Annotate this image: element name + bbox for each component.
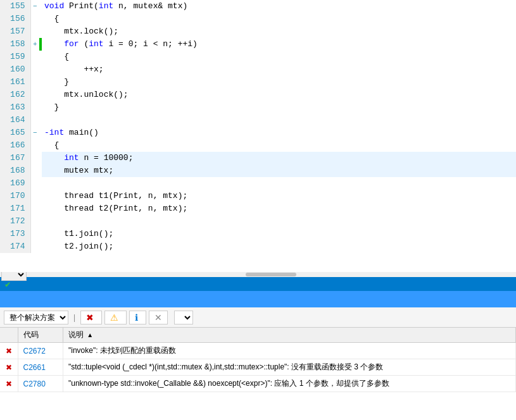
line-number: 160 xyxy=(0,63,30,76)
line-number: 171 xyxy=(0,202,30,215)
error-row-icon: ✖ xyxy=(0,376,18,392)
info-filter-btn[interactable]: ℹ xyxy=(129,311,146,324)
col-code[interactable]: 代码 xyxy=(18,328,63,343)
function-token: unlock xyxy=(84,90,113,99)
code-content[interactable]: } xyxy=(42,76,516,89)
fold-arrow[interactable] xyxy=(30,63,39,76)
code-content[interactable]: -int main() xyxy=(42,127,516,139)
plain-token: { xyxy=(44,52,69,61)
fold-arrow[interactable] xyxy=(30,25,39,38)
plain-token: (); xyxy=(99,242,113,251)
fold-arrow[interactable] xyxy=(30,202,39,215)
line-number: 155 xyxy=(0,0,30,13)
filter-icon: ✕ xyxy=(154,312,162,323)
code-content[interactable]: mutex mtx; xyxy=(42,164,516,177)
code-table: 155−void Print(int n, mutex& mtx)156 {15… xyxy=(0,0,516,253)
plain-token: i = 0; i < n; ++i) xyxy=(104,39,198,49)
function-token: join xyxy=(79,229,99,238)
error-row-icon: ✖ xyxy=(0,343,18,359)
info-icon: ℹ xyxy=(135,312,138,323)
plain-token: { xyxy=(44,14,59,23)
code-content[interactable] xyxy=(42,114,516,127)
fold-arrow[interactable] xyxy=(30,13,39,25)
code-content[interactable]: ++x; xyxy=(42,63,516,76)
fold-arrow[interactable] xyxy=(30,51,39,63)
fold-arrow[interactable] xyxy=(30,152,39,164)
line-number: 169 xyxy=(0,177,30,190)
col-desc[interactable]: 说明 ▲ xyxy=(63,328,516,343)
table-row[interactable]: ✖C2661"std::tuple<void (_cdecl *)(int,st… xyxy=(0,359,516,376)
fold-arrow[interactable] xyxy=(30,101,39,114)
error-filter-btn[interactable]: ✖ xyxy=(80,311,102,324)
build-filter-select[interactable] xyxy=(174,311,193,324)
code-content[interactable]: { xyxy=(42,51,516,63)
error-code[interactable]: C2672 xyxy=(18,343,63,359)
code-content[interactable]: t1.join(); xyxy=(42,228,516,240)
fold-arrow[interactable] xyxy=(30,114,39,127)
filter-btn[interactable]: ✕ xyxy=(149,311,168,324)
table-row[interactable]: ✖C2672"invoke": 未找到匹配的重载函数 xyxy=(0,343,516,359)
table-row[interactable]: ✖C2780"unknown-type std::invoke(_Callabl… xyxy=(0,376,516,392)
fold-arrow[interactable] xyxy=(30,177,39,190)
error-code[interactable]: C2661 xyxy=(18,359,63,376)
plain-token: mtx. xyxy=(44,90,84,99)
warn-filter-btn[interactable]: ⚠ xyxy=(104,311,127,324)
fold-arrow[interactable]: − xyxy=(30,127,39,139)
plain-token: { xyxy=(44,140,59,150)
code-content[interactable]: thread t2(Print, n, mtx); xyxy=(42,202,516,215)
plain-token: thread t2(Print, n, mtx); xyxy=(44,204,187,213)
fold-arrow[interactable] xyxy=(30,164,39,177)
line-number: 158 xyxy=(0,38,30,51)
plain-token xyxy=(44,39,64,49)
code-content[interactable]: for (int i = 0; i < n; ++i) xyxy=(42,38,516,51)
fold-arrow[interactable]: − xyxy=(30,0,39,13)
scope-select[interactable]: 整个解决方案 xyxy=(4,311,68,324)
fold-arrow[interactable]: + xyxy=(30,38,39,51)
code-editor[interactable]: 155−void Print(int n, mutex& mtx)156 {15… xyxy=(0,0,516,272)
line-number: 173 xyxy=(0,228,30,240)
code-content[interactable]: mtx.unlock(); xyxy=(42,89,516,101)
fold-arrow[interactable] xyxy=(30,89,39,101)
line-number: 170 xyxy=(0,190,30,202)
plain-token: thread t1(Print, n, mtx); xyxy=(44,191,187,201)
code-content[interactable]: { xyxy=(42,13,516,25)
error-code[interactable]: C2780 xyxy=(18,376,63,392)
code-content[interactable] xyxy=(42,177,516,190)
code-content[interactable]: { xyxy=(42,139,516,152)
plain-token: n, mutex& mtx) xyxy=(113,1,187,11)
plain-token: ( xyxy=(79,39,89,49)
code-content[interactable]: mtx.lock(); xyxy=(42,25,516,38)
fold-arrow[interactable] xyxy=(30,76,39,89)
plain-token: mutex mtx; xyxy=(44,166,113,175)
error-list-toolbar: 整个解决方案 | ✖ ⚠ ℹ ✕ xyxy=(0,307,516,328)
fold-arrow[interactable] xyxy=(30,228,39,240)
fold-arrow[interactable] xyxy=(30,190,39,202)
error-list-panel: 整个解决方案 | ✖ ⚠ ℹ ✕ 代码 说明 xyxy=(0,291,516,392)
line-number: 167 xyxy=(0,152,30,164)
keyword-token: int xyxy=(99,1,113,11)
code-content[interactable]: thread t1(Print, n, mtx); xyxy=(42,190,516,202)
plain-token: () xyxy=(89,128,99,137)
function-token: join xyxy=(79,242,99,251)
code-content[interactable]: } xyxy=(42,101,516,114)
code-content[interactable]: t2.join(); xyxy=(42,240,516,253)
fold-arrow[interactable] xyxy=(30,240,39,253)
error-table-container[interactable]: 代码 说明 ▲ ✖C2672"invoke": 未找到匹配的重载函数✖C2661… xyxy=(0,328,516,392)
plain-token: } xyxy=(44,77,69,87)
horizontal-scrollbar[interactable]: % xyxy=(0,272,516,277)
plain-token: } xyxy=(44,102,59,112)
error-row-icon: ✖ xyxy=(0,359,18,376)
scrollbar-thumb[interactable] xyxy=(246,273,296,276)
line-number: 157 xyxy=(0,25,30,38)
fold-arrow[interactable] xyxy=(30,215,39,228)
code-content[interactable]: void Print(int n, mutex& mtx) xyxy=(42,0,516,13)
line-number: 164 xyxy=(0,114,30,127)
code-content[interactable] xyxy=(42,215,516,228)
error-message: "invoke": 未找到匹配的重载函数 xyxy=(63,343,516,359)
fold-arrow[interactable] xyxy=(30,139,39,152)
keyword-token: void xyxy=(44,1,64,11)
plain-token: ++x; xyxy=(44,65,104,74)
line-number: 174 xyxy=(0,240,30,253)
code-content[interactable]: int n = 10000; xyxy=(42,152,516,164)
plain-token: (); xyxy=(113,90,128,99)
